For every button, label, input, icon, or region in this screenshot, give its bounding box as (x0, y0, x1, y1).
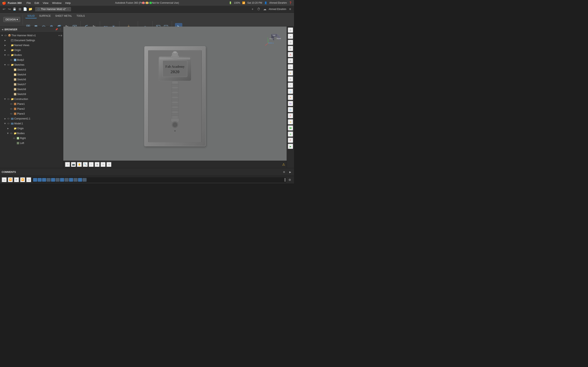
tree-eye-sketch4[interactable] (9, 73, 13, 76)
tree-item-sketch3[interactable]: Sketch3 (0, 67, 63, 72)
tree-eye-sketch9[interactable] (9, 92, 13, 96)
redo-button[interactable]: ↪ (7, 7, 11, 11)
timeline-end-button[interactable]: ⏭ (26, 177, 31, 183)
tree-item-sketch9[interactable]: Sketch9 (0, 92, 63, 97)
browser-pin-button[interactable]: 📌 (55, 28, 58, 31)
viewport[interactable]: TOP FRONT RIGHT X Y Z (63, 26, 287, 168)
tree-eye-origin[interactable] (7, 49, 10, 52)
viewport-pan-button[interactable]: ✋ (77, 162, 82, 167)
browser-collapse-button[interactable]: ◀ (2, 28, 3, 31)
tree-item-body2[interactable]: Body2 (0, 58, 63, 62)
tree-eye-sketch7[interactable] (9, 83, 13, 86)
timeline-marker-10[interactable] (73, 178, 78, 182)
tree-item-plane1[interactable]: Plane1 (0, 101, 63, 106)
timeline-marker-2[interactable] (38, 178, 42, 182)
tree-eye-plane2[interactable] (9, 107, 13, 110)
tree-eye-component1[interactable] (7, 117, 10, 120)
tree-eye-sketch3[interactable] (9, 68, 13, 71)
new-file-button[interactable]: 📄 (23, 7, 27, 11)
comments-settings-button[interactable]: ⚙ (282, 170, 286, 174)
right-sidebar-phone-button[interactable]: ☎ (288, 125, 293, 131)
timeline-marker-7[interactable] (60, 178, 64, 182)
viewport-zoom-fit-button[interactable]: ⊡ (89, 162, 94, 167)
tree-item-right[interactable]: Right (0, 136, 63, 141)
cloud-button[interactable]: ☁ (263, 7, 267, 11)
viewport-camera-button[interactable]: 📷 (71, 162, 76, 167)
tree-item-sketch8[interactable]: Sketch8 (0, 87, 63, 92)
tree-item-named-views[interactable]: ▶ 📁 Named Views (0, 43, 63, 48)
viewport-section-button[interactable]: ⊞ (106, 162, 112, 167)
tree-eye-sketch8[interactable] (9, 88, 13, 91)
right-sidebar-ae-button[interactable]: Ae (288, 101, 293, 106)
viewport-display-mode-button[interactable]: ▣ (95, 162, 100, 167)
timeline-marker-5[interactable] (51, 178, 55, 182)
tree-item-origin[interactable]: ▶ 📁 Origin (0, 48, 63, 53)
right-sidebar-a-button[interactable]: A (288, 52, 293, 58)
timeline-prev-button[interactable]: ⏪ (8, 177, 13, 183)
tree-item-bodies[interactable]: ▶ 📁 Bodies (0, 53, 63, 58)
timeline-marker-4[interactable] (47, 178, 51, 182)
view-cube[interactable]: TOP FRONT RIGHT X Y Z (265, 30, 283, 46)
new-tab-button[interactable]: + (250, 7, 255, 11)
tree-eye-sketches[interactable] (7, 63, 10, 67)
active-tab[interactable]: ⬡ Thor Hammer Mold v1* × (35, 7, 71, 11)
right-sidebar-star-button[interactable]: ★ (288, 119, 293, 125)
tree-eye-right[interactable] (12, 137, 16, 140)
menu-window[interactable]: Window (51, 1, 63, 5)
right-sidebar-recycle-button[interactable]: ♻ (288, 40, 293, 45)
menu-file[interactable]: File (25, 1, 33, 5)
timeline-marker-1[interactable] (33, 178, 37, 182)
timeline-marker-11[interactable] (78, 178, 82, 182)
right-sidebar-ps-button[interactable]: ◇ (288, 89, 293, 94)
tree-item-sketches[interactable]: ▶ 📁 Sketches (0, 62, 63, 67)
root-gear-icon[interactable]: ⚙ (61, 34, 62, 37)
tree-item-root[interactable]: ▶ 📦 Thor Hammer Mold v1 ✏ ⚙ (0, 33, 63, 38)
history-button[interactable]: ⏱ (256, 7, 261, 11)
right-sidebar-ai-button[interactable]: ✦ (288, 95, 293, 100)
right-sidebar-play-button[interactable]: ▶ (288, 143, 293, 149)
tree-eye-left[interactable] (12, 142, 16, 145)
timeline-marker-3[interactable] (42, 178, 46, 182)
tab-tools[interactable]: TOOLS (75, 14, 87, 18)
browser-more-button[interactable]: ⋮ (59, 28, 61, 31)
tree-eye-model1-bodies[interactable] (9, 132, 13, 135)
tree-item-component1[interactable]: ▶ Component1:1 (0, 116, 63, 121)
tree-eye-named-views[interactable] (7, 44, 10, 47)
tree-item-sketch6[interactable]: Sketch6 (0, 77, 63, 82)
right-sidebar-an-button[interactable]: ⊡ (288, 107, 293, 113)
timeline-play-button[interactable]: ▶ (14, 177, 19, 183)
right-sidebar-f-button[interactable]: F (288, 113, 293, 119)
root-edit-icon[interactable]: ✏ (58, 34, 60, 37)
timeline-settings-button[interactable]: ⚙ (287, 177, 292, 183)
viewport-zoom-button[interactable]: 🔍 (83, 162, 88, 167)
tree-item-doc-settings[interactable]: ▶ Document Settings (0, 38, 63, 43)
tab-sheet-metal[interactable]: SHEET METAL (53, 14, 74, 18)
open-button[interactable]: 📁 (28, 7, 33, 11)
tab-close-button[interactable]: × (67, 8, 69, 10)
timeline-marker-8[interactable] (65, 178, 69, 182)
menu-help[interactable]: Help (63, 1, 72, 5)
menu-button[interactable]: ≡ (288, 7, 292, 11)
right-sidebar-circle-button[interactable]: ◎ (288, 64, 293, 70)
right-sidebar-diamond-button[interactable]: ♦ (288, 70, 293, 76)
tree-item-left[interactable]: Left (0, 141, 63, 146)
tree-item-construction[interactable]: ▶ 📁 Construction (0, 97, 63, 101)
tree-eye-plane1[interactable] (9, 102, 13, 106)
right-sidebar-cloud-button[interactable]: ☁ (288, 33, 293, 39)
timeline-marker-12[interactable] (82, 178, 86, 182)
viewport-show-hide-button[interactable]: 👁 (100, 162, 106, 167)
tree-eye-plane3[interactable] (9, 112, 13, 115)
tree-item-sketch7[interactable]: Sketch7 (0, 82, 63, 87)
tree-item-model1-origin[interactable]: ▶ 📁 Origin (0, 126, 63, 131)
tree-item-sketch4[interactable]: Sketch4 (0, 72, 63, 77)
tree-eye-root[interactable] (4, 34, 7, 37)
tree-item-model1-bodies[interactable]: ▶ 📁 Bodies (0, 131, 63, 136)
right-sidebar-grid-button[interactable]: ⊞ (288, 46, 293, 51)
tree-eye-doc-settings[interactable] (7, 39, 10, 42)
tab-surface[interactable]: SURFACE (37, 14, 53, 18)
right-sidebar-x-button[interactable]: ⊗ (288, 76, 293, 82)
tree-item-model1[interactable]: ▶ Model:1 (0, 121, 63, 126)
right-sidebar-b-button[interactable]: B (288, 58, 293, 64)
timeline-start-button[interactable]: ⏮ (2, 177, 7, 183)
comments-expand-button[interactable]: ▶ (288, 170, 292, 174)
